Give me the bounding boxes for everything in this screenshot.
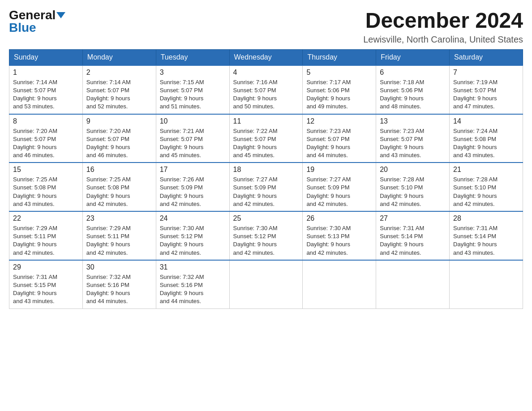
day-info: Sunrise: 7:23 AM Sunset: 5:07 PM Dayligh… [380, 127, 446, 160]
header: General Blue December 2024 Lewisville, N… [9, 9, 523, 45]
day-number: 5 [306, 68, 372, 77]
day-info: Sunrise: 7:31 AM Sunset: 5:14 PM Dayligh… [453, 224, 519, 257]
title-area: December 2024 Lewisville, North Carolina… [363, 9, 523, 45]
day-number: 23 [86, 214, 152, 223]
weekday-header-thursday: Thursday [303, 49, 376, 65]
weekday-header-friday: Friday [376, 49, 450, 65]
day-number: 1 [13, 68, 79, 77]
day-info: Sunrise: 7:23 AM Sunset: 5:07 PM Dayligh… [306, 127, 372, 160]
day-cell: 10Sunrise: 7:21 AM Sunset: 5:07 PM Dayli… [156, 114, 229, 163]
day-info: Sunrise: 7:19 AM Sunset: 5:07 PM Dayligh… [453, 78, 519, 111]
day-number: 17 [160, 166, 226, 174]
day-info: Sunrise: 7:26 AM Sunset: 5:09 PM Dayligh… [160, 176, 226, 208]
day-cell [303, 260, 376, 308]
day-cell: 16Sunrise: 7:25 AM Sunset: 5:08 PM Dayli… [82, 163, 156, 211]
day-info: Sunrise: 7:24 AM Sunset: 5:08 PM Dayligh… [453, 127, 519, 160]
month-title: December 2024 [363, 9, 523, 33]
day-cell: 27Sunrise: 7:31 AM Sunset: 5:14 PM Dayli… [376, 211, 450, 260]
day-info: Sunrise: 7:18 AM Sunset: 5:06 PM Dayligh… [380, 78, 446, 111]
day-info: Sunrise: 7:14 AM Sunset: 5:07 PM Dayligh… [86, 78, 152, 111]
day-cell: 24Sunrise: 7:30 AM Sunset: 5:12 PM Dayli… [156, 211, 229, 260]
day-number: 21 [453, 166, 519, 174]
day-cell: 15Sunrise: 7:25 AM Sunset: 5:08 PM Dayli… [9, 163, 83, 211]
logo-triangle-icon [56, 12, 65, 18]
day-number: 3 [160, 68, 226, 77]
day-info: Sunrise: 7:22 AM Sunset: 5:07 PM Dayligh… [233, 127, 299, 160]
day-number: 25 [233, 214, 299, 223]
day-info: Sunrise: 7:30 AM Sunset: 5:12 PM Dayligh… [160, 224, 226, 257]
day-info: Sunrise: 7:28 AM Sunset: 5:10 PM Dayligh… [380, 176, 446, 208]
day-info: Sunrise: 7:32 AM Sunset: 5:16 PM Dayligh… [160, 273, 226, 306]
day-cell: 29Sunrise: 7:31 AM Sunset: 5:15 PM Dayli… [9, 260, 83, 308]
day-number: 9 [86, 117, 152, 125]
weekday-header-sunday: Sunday [9, 49, 83, 65]
day-cell: 25Sunrise: 7:30 AM Sunset: 5:12 PM Dayli… [229, 211, 303, 260]
day-cell: 11Sunrise: 7:22 AM Sunset: 5:07 PM Dayli… [229, 114, 303, 163]
week-row-3: 15Sunrise: 7:25 AM Sunset: 5:08 PM Dayli… [9, 163, 523, 211]
weekday-header-tuesday: Tuesday [156, 49, 229, 65]
day-cell: 1Sunrise: 7:14 AM Sunset: 5:07 PM Daylig… [9, 65, 83, 114]
day-cell: 22Sunrise: 7:29 AM Sunset: 5:11 PM Dayli… [9, 211, 83, 260]
day-number: 4 [233, 68, 299, 77]
day-number: 29 [13, 263, 79, 271]
day-number: 10 [160, 117, 226, 125]
day-cell: 9Sunrise: 7:20 AM Sunset: 5:07 PM Daylig… [82, 114, 156, 163]
calendar-table: SundayMondayTuesdayWednesdayThursdayFrid… [9, 49, 523, 309]
day-number: 12 [306, 117, 372, 125]
day-info: Sunrise: 7:16 AM Sunset: 5:07 PM Dayligh… [233, 78, 299, 111]
day-number: 19 [306, 166, 372, 174]
day-number: 24 [160, 214, 226, 223]
day-info: Sunrise: 7:31 AM Sunset: 5:15 PM Dayligh… [13, 273, 79, 306]
day-cell: 30Sunrise: 7:32 AM Sunset: 5:16 PM Dayli… [82, 260, 156, 308]
weekday-header-monday: Monday [82, 49, 156, 65]
day-number: 8 [13, 117, 79, 125]
day-cell: 13Sunrise: 7:23 AM Sunset: 5:07 PM Dayli… [376, 114, 450, 163]
day-number: 16 [86, 166, 152, 174]
week-row-4: 22Sunrise: 7:29 AM Sunset: 5:11 PM Dayli… [9, 211, 523, 260]
day-info: Sunrise: 7:29 AM Sunset: 5:11 PM Dayligh… [86, 224, 152, 257]
day-number: 20 [380, 166, 446, 174]
day-number: 31 [160, 263, 226, 271]
day-info: Sunrise: 7:21 AM Sunset: 5:07 PM Dayligh… [160, 127, 226, 160]
day-info: Sunrise: 7:29 AM Sunset: 5:11 PM Dayligh… [13, 224, 79, 257]
day-info: Sunrise: 7:17 AM Sunset: 5:06 PM Dayligh… [306, 78, 372, 111]
day-number: 7 [453, 68, 519, 77]
day-info: Sunrise: 7:30 AM Sunset: 5:12 PM Dayligh… [233, 224, 299, 257]
week-row-2: 8Sunrise: 7:20 AM Sunset: 5:07 PM Daylig… [9, 114, 523, 163]
day-info: Sunrise: 7:20 AM Sunset: 5:07 PM Dayligh… [13, 127, 79, 160]
day-number: 15 [13, 166, 79, 174]
day-info: Sunrise: 7:15 AM Sunset: 5:07 PM Dayligh… [160, 78, 226, 111]
day-cell: 3Sunrise: 7:15 AM Sunset: 5:07 PM Daylig… [156, 65, 229, 114]
day-cell: 14Sunrise: 7:24 AM Sunset: 5:08 PM Dayli… [450, 114, 523, 163]
day-cell: 21Sunrise: 7:28 AM Sunset: 5:10 PM Dayli… [450, 163, 523, 211]
day-cell: 8Sunrise: 7:20 AM Sunset: 5:07 PM Daylig… [9, 114, 83, 163]
day-number: 6 [380, 68, 446, 77]
weekday-header-row: SundayMondayTuesdayWednesdayThursdayFrid… [9, 49, 523, 65]
day-cell: 28Sunrise: 7:31 AM Sunset: 5:14 PM Dayli… [450, 211, 523, 260]
day-info: Sunrise: 7:30 AM Sunset: 5:13 PM Dayligh… [306, 224, 372, 257]
day-number: 22 [13, 214, 79, 223]
logo: General Blue [9, 9, 65, 34]
day-cell: 4Sunrise: 7:16 AM Sunset: 5:07 PM Daylig… [229, 65, 303, 114]
day-number: 30 [86, 263, 152, 271]
day-cell: 18Sunrise: 7:27 AM Sunset: 5:09 PM Dayli… [229, 163, 303, 211]
day-info: Sunrise: 7:25 AM Sunset: 5:08 PM Dayligh… [86, 176, 152, 208]
day-number: 18 [233, 166, 299, 174]
day-cell: 23Sunrise: 7:29 AM Sunset: 5:11 PM Dayli… [82, 211, 156, 260]
week-row-5: 29Sunrise: 7:31 AM Sunset: 5:15 PM Dayli… [9, 260, 523, 308]
day-cell: 6Sunrise: 7:18 AM Sunset: 5:06 PM Daylig… [376, 65, 450, 114]
day-cell: 12Sunrise: 7:23 AM Sunset: 5:07 PM Dayli… [303, 114, 376, 163]
day-info: Sunrise: 7:27 AM Sunset: 5:09 PM Dayligh… [306, 176, 372, 208]
day-number: 14 [453, 117, 519, 125]
day-cell: 31Sunrise: 7:32 AM Sunset: 5:16 PM Dayli… [156, 260, 229, 308]
day-info: Sunrise: 7:25 AM Sunset: 5:08 PM Dayligh… [13, 176, 79, 208]
day-info: Sunrise: 7:20 AM Sunset: 5:07 PM Dayligh… [86, 127, 152, 160]
day-number: 27 [380, 214, 446, 223]
day-info: Sunrise: 7:27 AM Sunset: 5:09 PM Dayligh… [233, 176, 299, 208]
day-cell: 5Sunrise: 7:17 AM Sunset: 5:06 PM Daylig… [303, 65, 376, 114]
day-cell: 7Sunrise: 7:19 AM Sunset: 5:07 PM Daylig… [450, 65, 523, 114]
week-row-1: 1Sunrise: 7:14 AM Sunset: 5:07 PM Daylig… [9, 65, 523, 114]
day-info: Sunrise: 7:32 AM Sunset: 5:16 PM Dayligh… [86, 273, 152, 306]
day-info: Sunrise: 7:31 AM Sunset: 5:14 PM Dayligh… [380, 224, 446, 257]
logo-general-text: General [9, 9, 56, 21]
